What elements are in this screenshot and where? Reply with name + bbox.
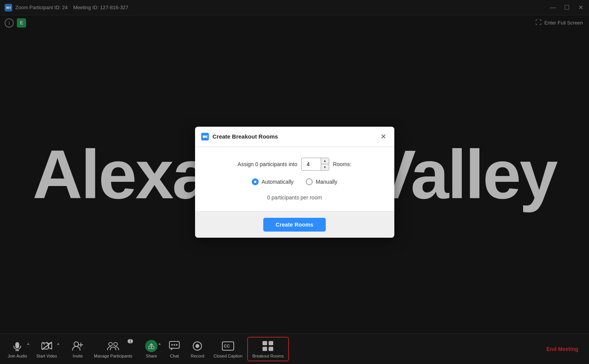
manual-radio-label: Manually: [316, 179, 337, 185]
participants-per-room-label: 0 participants per room: [207, 194, 382, 201]
spinner-down-button[interactable]: ▼: [321, 164, 329, 170]
assign-prefix-label: Assign 0 participants into: [238, 161, 297, 167]
breakout-rooms-modal: Create Breakout Rooms ✕ Assign 0 partici…: [195, 127, 394, 238]
assignment-mode-row: Automatically Manually: [207, 178, 382, 185]
create-rooms-button[interactable]: Create Rooms: [263, 218, 326, 232]
auto-radio-option[interactable]: Automatically: [252, 178, 294, 185]
modal-close-button[interactable]: ✕: [379, 132, 388, 141]
svg-rect-2: [203, 135, 206, 138]
rooms-number-input[interactable]: ▲ ▼: [301, 158, 329, 171]
rooms-value-input[interactable]: [302, 158, 321, 170]
spinner-up-button[interactable]: ▲: [321, 158, 329, 164]
svg-marker-3: [206, 135, 207, 138]
modal-overlay: Create Breakout Rooms ✕ Assign 0 partici…: [0, 0, 589, 364]
modal-title: Create Breakout Rooms: [213, 133, 379, 140]
modal-header: Create Breakout Rooms ✕: [195, 127, 394, 147]
spinner-buttons: ▲ ▼: [321, 158, 329, 170]
modal-body: Assign 0 participants into ▲ ▼ Rooms: Au…: [195, 147, 394, 211]
auto-radio-label: Automatically: [262, 179, 294, 185]
modal-zoom-logo: [201, 133, 209, 140]
manual-radio-option[interactable]: Manually: [306, 178, 337, 185]
assign-row: Assign 0 participants into ▲ ▼ Rooms:: [207, 158, 382, 171]
assign-suffix-label: Rooms:: [333, 161, 351, 167]
modal-footer: Create Rooms: [195, 211, 394, 238]
auto-radio-button[interactable]: [252, 178, 259, 185]
manual-radio-button[interactable]: [306, 178, 313, 185]
